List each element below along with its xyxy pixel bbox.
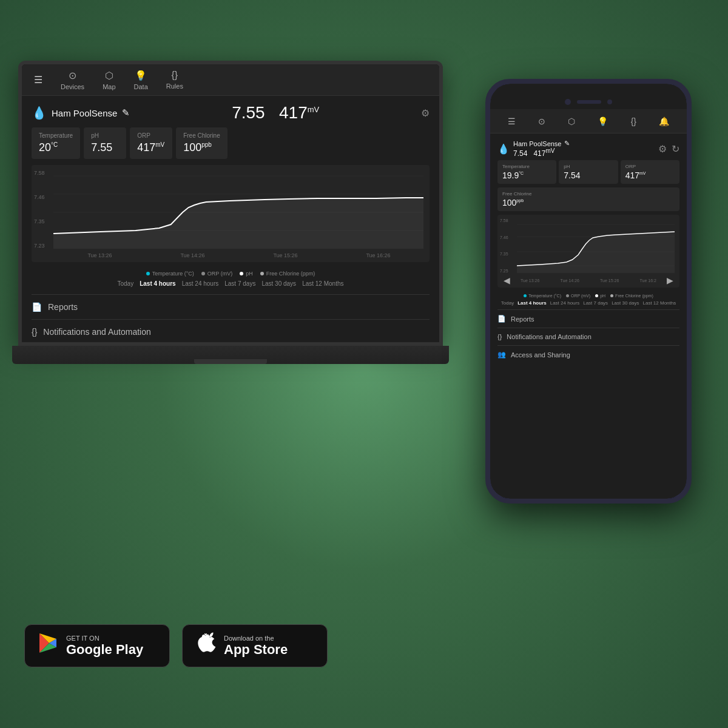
phone-settings-icon[interactable]: ⚙ [658, 143, 667, 155]
phone-data-icon[interactable]: 💡 [598, 116, 608, 126]
phone-legend-orp: ORP (mV) [566, 294, 590, 298]
legend-label-temperature: Temperature (°C) [152, 271, 194, 277]
phone-devices-icon[interactable]: ⊙ [538, 116, 545, 126]
phone-menu-notifications[interactable]: {} Notifications and Automation [497, 328, 679, 345]
legend-dot-chlorine [260, 272, 264, 275]
reports-label: Reports [48, 302, 78, 312]
app-store-text: Download on the App Store [224, 635, 288, 658]
device-water-icon: 💧 [32, 106, 47, 120]
filter-24h[interactable]: Last 24 hours [182, 280, 219, 287]
metrics-row: Temperature 20°C pH 7.55 ORP [32, 127, 430, 159]
menu-notifications[interactable]: {} Notifications and Automation [32, 319, 430, 342]
phone-reading-ph: 7.54 [513, 149, 527, 158]
x-label-1: Tue 14:26 [180, 252, 204, 258]
device-edit-icon[interactable]: ✎ [122, 107, 130, 118]
nav-label-data: Data [134, 83, 148, 90]
nav-item-rules[interactable]: {} Rules [166, 70, 183, 90]
x-label-2: Tue 15:26 [273, 252, 297, 258]
metric-ph-value: 7.55 [91, 141, 119, 154]
phone-y-3: 7.25 [500, 269, 508, 273]
phone-bell-icon[interactable]: 🔔 [659, 116, 669, 126]
filter-12m[interactable]: Last 12 Months [302, 280, 343, 287]
phone-filter-30d[interactable]: Last 30 days [612, 300, 639, 306]
phone-map-icon[interactable]: ⬡ [568, 116, 575, 126]
x-label-3: Tue 16:26 [366, 252, 390, 258]
phone-chart: 7.58 7.46 7.35 7.25 [497, 215, 679, 288]
phone-chart-next[interactable]: ▶ [667, 275, 673, 285]
phone-camera-area [490, 97, 687, 109]
x-label-0: Tue 13:26 [87, 252, 112, 258]
metric-chlorine: Free Chlorine 100ppb [176, 127, 228, 159]
phone-x-2: Tue 15:26 [600, 278, 619, 283]
phone-chlorine-value: 100ppb [502, 198, 675, 207]
phone-time-filters: Today Last 4 hours Last 24 hours Last 7 … [497, 300, 679, 306]
y-label-1: 7.46 [34, 194, 45, 200]
phone-legend-dot-orp [566, 294, 569, 297]
filter-today[interactable]: Today [117, 280, 133, 287]
reports-icon: 📄 [32, 302, 42, 312]
metric-ph-label: pH [91, 132, 119, 139]
phone-navbar: ☰ ⊙ ⬡ 💡 {} 🔔 [490, 109, 687, 133]
phone-filter-today[interactable]: Today [501, 300, 514, 306]
phone-filter-24h[interactable]: Last 24 hours [550, 300, 579, 306]
hamburger-icon[interactable]: ☰ [34, 74, 42, 86]
phone-rules-icon[interactable]: {} [631, 116, 636, 126]
phone-orp-label: ORP [625, 164, 675, 169]
phone-notifications-icon: {} [497, 333, 502, 340]
laptop-lid: ☰ ⊙ Devices ⬡ Map 💡 Data {} [18, 61, 443, 346]
device-title: 💧 Ham PoolSense ✎ [32, 106, 130, 120]
phone-filter-7d[interactable]: Last 7 days [583, 300, 608, 306]
phone-refresh-icon[interactable]: ↻ [672, 143, 679, 155]
nav-label-devices: Devices [61, 83, 84, 90]
phone-hamburger-icon[interactable]: ☰ [508, 116, 516, 126]
phone-metric-orp: ORP 417mV [621, 160, 679, 184]
phone-filter-12m[interactable]: Last 12 Months [643, 300, 676, 306]
phone-filter-4h[interactable]: Last 4 hours [517, 300, 547, 306]
phone-y-0: 7.58 [500, 218, 508, 223]
phone-legend-dot-ph [595, 294, 598, 297]
google-play-button[interactable]: GET IT ON Google Play [24, 624, 170, 667]
phone-chart-prev[interactable]: ◀ [504, 275, 510, 285]
nav-item-data[interactable]: 💡 Data [134, 70, 148, 90]
metric-ph: pH 7.55 [84, 127, 126, 159]
chart-legend: Temperature (°C) ORP (mV) pH Free C [32, 267, 430, 280]
phone-access-label: Access and Sharing [511, 351, 570, 359]
filter-4h[interactable]: Last 4 hours [140, 280, 175, 287]
laptop-chart: 7.58 7.46 7.35 7.23 [32, 165, 430, 262]
phone-x-3: Tue 16:2 [640, 278, 656, 283]
phone-device-title-row: 💧 Ham PoolSense ✎ 7.54 417mV [497, 140, 570, 158]
phone-edit-icon[interactable]: ✎ [564, 140, 570, 147]
phone-device-name: Ham PoolSense [513, 140, 562, 147]
phone-metric-temperature: Temperature 19.9°C [497, 160, 556, 184]
rules-icon: {} [172, 70, 178, 81]
apple-icon [195, 632, 217, 659]
phone-access-icon: 👥 [497, 351, 506, 359]
y-label-2: 7.35 [34, 218, 45, 224]
metric-temperature-label: Temperature [39, 132, 73, 139]
y-label-0: 7.58 [34, 170, 45, 176]
filter-30d[interactable]: Last 30 days [261, 280, 296, 287]
menu-reports[interactable]: 📄 Reports [32, 294, 430, 319]
laptop-screen: ☰ ⊙ Devices ⬡ Map 💡 Data {} [22, 64, 439, 342]
laptop: ☰ ⊙ Devices ⬡ Map 💡 Data {} [18, 61, 455, 485]
phone-legend-chlorine: Free Chlorine (ppm) [610, 294, 653, 298]
phone-legend-label-orp: ORP (mV) [571, 294, 590, 298]
legend-orp: ORP (mV) [201, 271, 232, 277]
settings-gear-icon[interactable]: ⚙ [421, 107, 430, 119]
phone-legend-dot-chlorine [610, 294, 613, 297]
nav-item-devices[interactable]: ⊙ Devices [61, 70, 84, 90]
phone-reading-orp: 417 [533, 149, 545, 158]
phone-orp-unit: mV [545, 147, 554, 154]
phone-header-icons: ⚙ ↻ [658, 143, 679, 155]
phone-legend-dot-temp [524, 294, 527, 297]
phone-chlorine-label: Free Chlorine [502, 191, 675, 197]
phone-menu-access[interactable]: 👥 Access and Sharing [497, 345, 679, 363]
phone-chart-y-labels: 7.58 7.46 7.35 7.25 [500, 218, 508, 273]
nav-item-map[interactable]: ⬡ Map [103, 70, 115, 90]
filter-7d[interactable]: Last 7 days [224, 280, 255, 287]
app-store-button[interactable]: Download on the App Store [182, 624, 328, 667]
google-play-subtitle: GET IT ON [66, 635, 143, 642]
phone-x-labels: Tue 13:26 Tue 14:26 Tue 15:26 Tue 16:2 [510, 278, 667, 283]
chart-svg [53, 170, 423, 249]
phone-menu-reports[interactable]: 📄 Reports [497, 309, 679, 328]
